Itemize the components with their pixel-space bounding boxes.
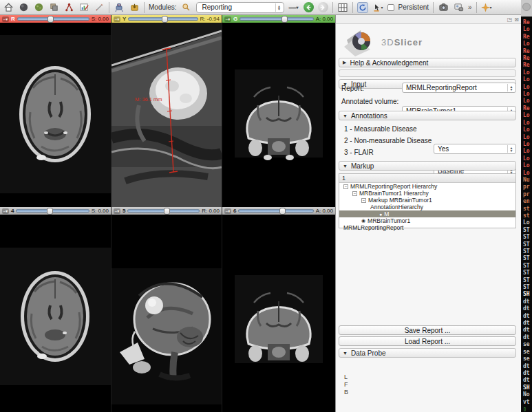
modules-label: Modules:: [149, 3, 177, 11]
red-slider-handle[interactable]: [47, 16, 54, 23]
slice4-label: 4: [11, 208, 14, 214]
data-probe-section-label: Data Probe: [351, 349, 386, 357]
module-search-icon[interactable]: [181, 2, 192, 13]
eye-visibility-icon[interactable]: ◉: [361, 218, 365, 224]
measurable-disease-value: Yes: [438, 145, 449, 153]
slice5-slider-handle[interactable]: [164, 208, 170, 215]
tree-collapse-icon[interactable]: −: [343, 184, 348, 189]
slice6-menu-icon[interactable]: –▾: [224, 208, 231, 214]
markup-column-header[interactable]: 1: [339, 174, 515, 183]
slice6-slider[interactable]: [238, 209, 313, 213]
terminal-log-line: Re: [523, 48, 530, 55]
annotations-pen-icon[interactable]: [94, 2, 105, 13]
yellow-slider-handle[interactable]: [162, 16, 168, 23]
yellow-slice-offset: R: -0.94: [200, 16, 220, 22]
persistent-checkbox[interactable]: [387, 4, 394, 11]
expanded-arrow-icon: ▼: [343, 164, 348, 169]
home-icon[interactable]: [3, 2, 14, 13]
green-slider-handle[interactable]: [281, 16, 288, 23]
annotated-volume-label: Annotated volume:: [341, 98, 398, 105]
yellow-slice-menu-icon[interactable]: –▾: [114, 17, 120, 22]
toolbar-separator: [433, 2, 434, 13]
module-panel-titlebar: ◳ ⊠: [336, 15, 522, 24]
green-slice-slider[interactable]: [240, 17, 313, 21]
terminal-log-line: st: [523, 213, 530, 219]
sagittal-viewport-yellow-zoomed[interactable]: M: 36.1 mm: [111, 23, 222, 207]
save-report-button[interactable]: Save Report ...: [339, 325, 516, 335]
markup-section-header[interactable]: ▼ Markup: [339, 161, 516, 171]
coronal-viewport-compare[interactable]: [222, 215, 335, 412]
terminal-log-line: dt: [523, 334, 530, 341]
data-probe-section-header[interactable]: ▼ Data Probe: [339, 348, 516, 358]
sagittal-viewport-compare[interactable]: [111, 215, 222, 412]
module-back-button[interactable]: [304, 2, 314, 12]
rotate-mode-icon[interactable]: [357, 2, 368, 13]
terminal-log-line: vt: [523, 399, 530, 406]
tree-item-report-hierarchy[interactable]: − MRMLReportingReport Hierarchy: [339, 183, 515, 190]
layout-selector-icon[interactable]: [337, 2, 348, 13]
module-selector-combobox[interactable]: Reporting ▲▼: [196, 2, 284, 13]
expanded-arrow-icon: ▼: [343, 351, 348, 356]
tree-collapse-icon[interactable]: −: [352, 191, 357, 196]
module-history-icon[interactable]: —▾: [288, 2, 299, 13]
visibility-dot-icon[interactable]: ●: [379, 212, 382, 217]
load-report-button[interactable]: Load Report ...: [339, 336, 516, 346]
tree-item-report-node[interactable]: MRMLReportingReport: [339, 224, 515, 231]
measurable-disease-label: 1 - Measurable Disease: [344, 125, 417, 133]
green-slice-menu-icon[interactable]: –▾: [224, 17, 231, 22]
module-forward-button[interactable]: [318, 2, 328, 12]
ruler-measurement-label[interactable]: M: 36.1 mm: [135, 96, 162, 102]
mouse-mode-icon[interactable]: ▾: [372, 2, 383, 13]
annotations-section-label: Annotations: [351, 112, 387, 120]
screenshot-icon[interactable]: [438, 2, 449, 13]
slice4-offset: S: 0.00: [92, 208, 109, 214]
data-module-icon[interactable]: [48, 2, 59, 13]
slice4-slider[interactable]: [16, 209, 89, 213]
terminal-log-line: Lo: [523, 141, 530, 148]
slice4-menu-icon[interactable]: –▾: [2, 208, 9, 214]
tree-item-tumor-hierarchy[interactable]: − MRBrainTumor1 Hierarchy: [339, 190, 515, 197]
terminal-window-edge[interactable]: ReLoReLoReReReLoLoLoLoLoReLoLoLoLoLoLoLo…: [521, 0, 532, 412]
tree-item-markup-tumor[interactable]: − Markup MRBrainTumor1: [339, 197, 515, 204]
terminal-log-line: ST: [523, 263, 530, 270]
slice5-menu-icon[interactable]: –▾: [114, 208, 120, 214]
editor-module-icon[interactable]: [78, 2, 89, 13]
toolbar-overflow-chevron[interactable]: »: [468, 3, 472, 11]
terminal-log-line: Lo: [523, 112, 530, 119]
measurable-disease-combobox[interactable]: Yes ▲▼: [434, 144, 516, 154]
tree-collapse-icon[interactable]: −: [361, 198, 366, 203]
slice4-slider-handle[interactable]: [47, 208, 53, 215]
crosshair-icon[interactable]: ▾: [481, 2, 492, 13]
terminal-log-line: Lo: [523, 170, 530, 177]
yellow-slice-slider[interactable]: [128, 17, 198, 21]
combobox-stepper-icon: ▲▼: [507, 84, 515, 91]
slice5-slider[interactable]: [127, 209, 200, 213]
module-panel: ◳ ⊠ 3DSlicer ▶ Help & Acknowledgement ▼ …: [335, 15, 521, 412]
models-module-icon[interactable]: [18, 2, 29, 13]
compare-slice-controller-5: –▾ 5 R: 0.00: [111, 207, 222, 215]
markups-module-icon[interactable]: [63, 2, 74, 13]
red-slice-menu-icon[interactable]: –▾: [2, 17, 9, 22]
red-slice-slider[interactable]: [17, 17, 89, 21]
tree-item-tumor-volume[interactable]: ◉ MRBrainTumor1: [339, 217, 515, 224]
terminal-log-line: Lo: [523, 155, 530, 162]
tree-item-measurement-selected[interactable]: ● M: [339, 210, 515, 217]
axial-viewport-compare[interactable]: [0, 215, 111, 412]
annotations-section-header[interactable]: ▼ Annotations: [339, 111, 516, 120]
panel-undock-icon[interactable]: ◳: [507, 17, 513, 23]
report-combobox[interactable]: MRMLReportingReport ▲▼: [402, 83, 516, 93]
coronal-viewport-green[interactable]: [222, 23, 335, 207]
expanded-arrow-icon: ▼: [343, 113, 348, 118]
compare-slice-controller-6: –▾ 6 A: 0.00: [222, 207, 335, 215]
volumes-module-icon[interactable]: [33, 2, 44, 13]
tree-item-annotation-hierarchy[interactable]: AnnotationHierarchy: [339, 204, 515, 210]
save-scene-icon[interactable]: [129, 2, 140, 13]
extensions-robot-icon[interactable]: [114, 2, 125, 13]
help-section-header[interactable]: ▶ Help & Acknowledgement: [339, 58, 516, 67]
axial-viewport-red[interactable]: [0, 23, 111, 207]
flair-label: 3 - FLAIR: [344, 149, 374, 156]
scene-view-icon[interactable]: [453, 2, 464, 13]
green-slice-label: G: [233, 16, 237, 22]
slice6-slider-handle[interactable]: [279, 208, 286, 215]
panel-close-icon[interactable]: ⊠: [514, 17, 519, 23]
